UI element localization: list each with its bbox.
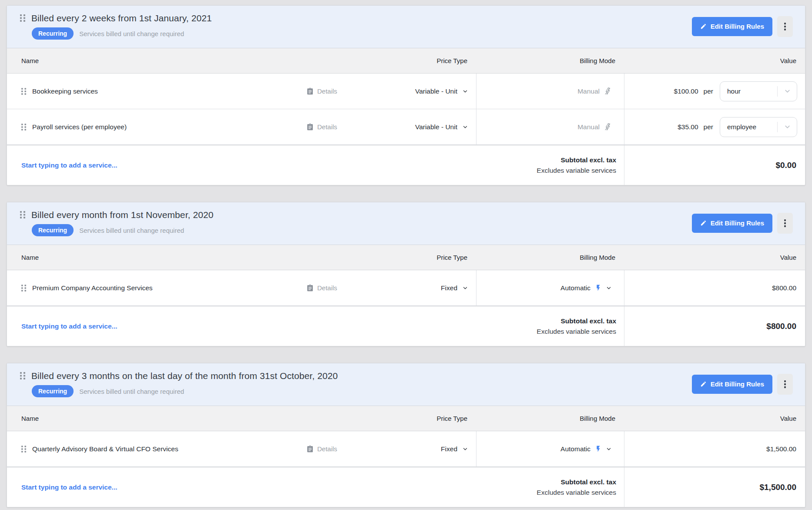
details-button[interactable]: Details [306,445,372,453]
recurring-badge: Recurring [32,385,74,397]
edit-billing-rules-label: Edit Billing Rules [711,380,764,388]
per-label: per [704,87,713,95]
bolt-slash-icon [604,87,612,95]
billing-group-header: Billed every 2 weeks from 1st January, 2… [7,6,805,48]
price-type-value: Variable - Unit [415,123,457,131]
price-type-value: Variable - Unit [415,87,457,95]
more-options-button[interactable] [777,16,793,37]
kebab-icon [784,23,786,30]
edit-billing-rules-label: Edit Billing Rules [711,219,764,227]
unit-value: employee [720,123,777,131]
drag-handle-icon[interactable] [20,372,26,379]
drag-handle-icon[interactable] [21,285,27,292]
price-type-dropdown[interactable]: Variable - Unit [372,123,476,131]
value-cell: $35.00 per employee [624,109,805,144]
bolt-icon [594,445,602,453]
table-header-row: Name Price Type Billing Mode Value [7,406,805,431]
kebab-icon [784,380,786,388]
service-row: Premium Company Accounting Services Deta… [7,270,805,306]
details-label: Details [317,87,337,95]
subtotal-value: $0.00 [624,145,805,185]
value-cell: $100.00 per hour [624,74,805,109]
more-options-button[interactable] [777,374,793,395]
billing-mode-label: Manual [577,87,600,95]
per-label: per [704,123,713,131]
bolt-slash-icon [604,123,612,131]
details-button[interactable]: Details [306,284,372,292]
amount: $1,500.00 [766,445,796,453]
billing-mode-label: Automatic [560,284,591,292]
service-row: Quarterly Advisory Board & Virtual CFO S… [7,431,805,467]
price-type-dropdown[interactable]: Variable - Unit [372,87,476,95]
billing-group-subtitle: Services billed until change required [79,30,184,37]
add-service-input[interactable]: Start typing to add a service... [21,161,117,169]
chevron-down-icon [778,87,797,95]
subtotal-label: Subtotal excl. tax [537,155,616,165]
drag-handle-icon[interactable] [20,211,26,218]
recurring-badge: Recurring [32,27,74,40]
billing-group-heading: Billed every 2 weeks from 1st January, 2… [20,13,212,40]
price-type-dropdown[interactable]: Fixed [372,445,476,453]
drag-handle-icon[interactable] [21,446,27,453]
chevron-down-icon [462,446,468,452]
subtotal-row: Start typing to add a service... Subtota… [7,306,805,346]
recurring-badge: Recurring [32,224,74,236]
chevron-down-icon [778,123,797,131]
service-name: Premium Company Accounting Services [32,284,153,292]
service-row: Bookkeeping services Details Variable - … [7,74,805,109]
bolt-icon [594,284,602,292]
edit-billing-rules-button[interactable]: Edit Billing Rules [692,17,772,36]
billing-group-header: Billed every month from 1st November, 20… [7,202,805,245]
service-name: Bookkeeping services [32,87,98,95]
edit-billing-rules-label: Edit Billing Rules [711,23,764,30]
billing-group-heading: Billed every month from 1st November, 20… [20,210,214,236]
chevron-down-icon [606,285,612,291]
billing-mode-manual: Manual [476,109,624,144]
chevron-down-icon [462,88,468,94]
edit-billing-rules-button[interactable]: Edit Billing Rules [692,214,772,233]
details-button[interactable]: Details [306,123,372,131]
price-type-value: Fixed [441,445,457,453]
unit-select[interactable]: employee [720,117,797,137]
subtotal-note: Excludes variable services [537,487,616,498]
more-options-button[interactable] [777,213,793,234]
billing-group-header: Billed every 3 months on the last day of… [7,363,805,406]
price-type-dropdown[interactable]: Fixed [372,284,476,292]
drag-handle-icon[interactable] [21,88,27,95]
column-header-value: Value [624,415,805,422]
pencil-icon [700,220,707,226]
pencil-icon [700,381,707,387]
billing-group-subtitle: Services billed until change required [79,388,184,395]
drag-handle-icon[interactable] [20,14,26,22]
details-button[interactable]: Details [306,87,372,95]
column-header-name: Name [7,57,306,64]
column-header-price-type: Price Type [372,415,476,422]
service-name: Quarterly Advisory Board & Virtual CFO S… [32,445,178,453]
unit-select[interactable]: hour [720,81,797,101]
edit-billing-rules-button[interactable]: Edit Billing Rules [692,375,772,394]
column-header-price-type: Price Type [372,57,476,64]
billing-mode-label: Automatic [560,445,591,453]
subtotal-label: Subtotal excl. tax [537,477,616,487]
column-header-billing-mode: Billing Mode [476,57,624,64]
billing-mode-dropdown[interactable]: Automatic [476,270,624,305]
column-header-value: Value [624,57,805,64]
billing-mode-dropdown[interactable]: Automatic [476,431,624,466]
subtotal-note: Excludes variable services [537,165,616,176]
drag-handle-icon[interactable] [21,124,27,131]
add-service-input[interactable]: Start typing to add a service... [21,322,117,330]
column-header-name: Name [7,254,306,261]
table-header-row: Name Price Type Billing Mode Value [7,48,805,74]
details-label: Details [317,123,337,131]
subtotal-note: Excludes variable services [537,326,616,337]
service-row: Payroll services (per employee) Details … [7,109,805,145]
clipboard-icon [306,284,314,292]
amount: $35.00 [678,123,698,131]
column-header-name: Name [7,415,306,422]
billing-group-title: Billed every 3 months on the last day of… [31,371,338,381]
service-name: Payroll services (per employee) [32,123,127,131]
subtotal-row: Start typing to add a service... Subtota… [7,145,805,185]
add-service-input[interactable]: Start typing to add a service... [21,483,117,491]
details-label: Details [317,284,337,292]
pencil-icon [700,23,707,30]
